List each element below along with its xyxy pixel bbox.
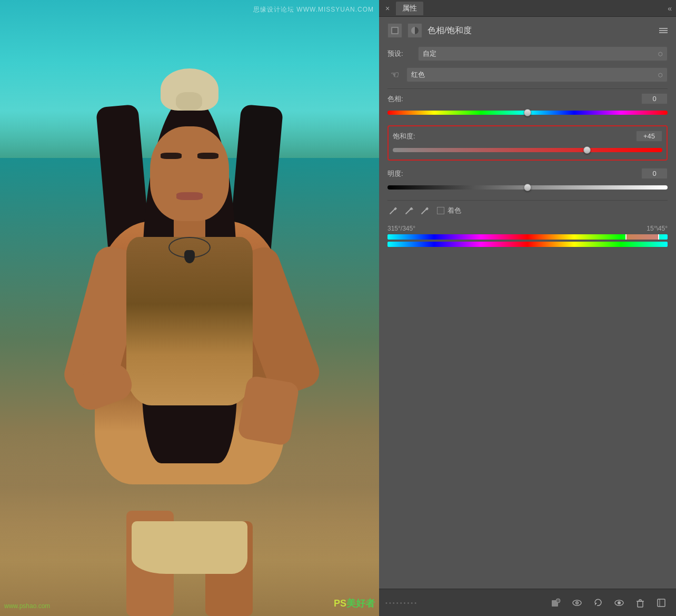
eyedropper-tools: + - bbox=[387, 205, 431, 216]
saturation-header: 饱和度: +45 bbox=[393, 131, 662, 142]
saturation-value: +45 bbox=[636, 131, 662, 142]
separator1 bbox=[387, 88, 668, 89]
view-tool-button[interactable] bbox=[569, 594, 585, 611]
preset-value: 自定 bbox=[423, 49, 436, 58]
saturation-label: 饱和度: bbox=[393, 132, 415, 141]
svg-text:-: - bbox=[427, 207, 429, 212]
rotate-icon bbox=[593, 598, 603, 608]
mask-tool-button[interactable] bbox=[548, 594, 564, 611]
colorize-label: 着色 bbox=[448, 206, 461, 215]
delete-tool-button[interactable] bbox=[632, 594, 649, 611]
spectrum-bar-bottom bbox=[387, 242, 668, 247]
bikini-bottom bbox=[132, 521, 247, 574]
panel-title-tab: 属性 bbox=[396, 2, 423, 15]
menu-line3 bbox=[659, 32, 668, 33]
channel-dropdown-arrow: ⬡ bbox=[658, 72, 663, 78]
grip-area: • • • • • • • • • bbox=[385, 600, 416, 606]
lips bbox=[176, 192, 203, 200]
saturation-slider[interactable] bbox=[393, 145, 662, 155]
separator2 bbox=[387, 200, 668, 201]
trash-icon bbox=[635, 598, 645, 608]
range-label-right: 15°\45° bbox=[647, 225, 668, 232]
circle-icon bbox=[410, 26, 420, 35]
lightness-section: 明度: 0 bbox=[387, 168, 668, 193]
hand-tool-icon[interactable]: ☜ bbox=[387, 67, 402, 82]
expand-icon bbox=[656, 598, 667, 608]
skull-snout bbox=[176, 92, 202, 111]
watermark-logo: PS美好者 bbox=[334, 597, 375, 610]
svg-marker-19 bbox=[595, 603, 597, 605]
mask-icon bbox=[551, 598, 561, 608]
face bbox=[150, 126, 229, 221]
channel-row: ☜ 红色 ⬡ bbox=[387, 67, 668, 82]
eyedropper3-icon: - bbox=[420, 206, 430, 215]
bottom-tools bbox=[548, 594, 670, 611]
watermark-top: 思缘设计论坛 WWW.MISSYUAN.COM bbox=[253, 5, 374, 14]
hue-label: 色相: bbox=[387, 94, 403, 104]
eyedropper3-button[interactable]: - bbox=[419, 205, 431, 216]
hue-section: 色相: 0 bbox=[387, 93, 668, 118]
preset-row: 预设: 自定 ⬡ bbox=[387, 46, 668, 61]
preset-dropdown[interactable]: 自定 ⬡ bbox=[418, 46, 668, 61]
circle-icon-button[interactable] bbox=[407, 23, 422, 38]
svg-text:+: + bbox=[411, 207, 414, 212]
eyedropper2-button[interactable]: + bbox=[403, 205, 415, 216]
saturation-thumb[interactable] bbox=[583, 146, 591, 154]
eye-icon bbox=[572, 598, 582, 608]
layer-icon bbox=[390, 26, 400, 35]
hue-header: 色相: 0 bbox=[387, 93, 668, 104]
lightness-thumb[interactable] bbox=[524, 184, 531, 191]
colorize-row: + - 着色 bbox=[387, 205, 668, 216]
svg-line-6 bbox=[406, 209, 411, 214]
expand-tool-button[interactable] bbox=[653, 594, 670, 611]
layer-icon-button[interactable] bbox=[387, 23, 402, 38]
saturation-section: 饱和度: +45 bbox=[393, 131, 662, 155]
range-label-left: 315°/345° bbox=[387, 225, 415, 232]
eyedropper2-icon: + bbox=[404, 206, 414, 215]
preset-label: 预设: bbox=[387, 49, 414, 58]
svg-point-21 bbox=[618, 601, 621, 604]
menu-line1 bbox=[659, 28, 668, 29]
pendant bbox=[184, 250, 195, 263]
colorize-checkbox-wrapper: 着色 bbox=[437, 206, 461, 215]
ps-text: PS bbox=[334, 598, 346, 609]
topbar-right: « bbox=[668, 4, 672, 13]
reset-tool-button[interactable] bbox=[590, 594, 607, 611]
lightness-label: 明度: bbox=[387, 169, 403, 178]
lightness-header: 明度: 0 bbox=[387, 168, 668, 179]
range-labels: 315°/345° 15°\45° bbox=[387, 225, 668, 232]
eyedropper1-icon bbox=[389, 206, 398, 215]
hue-thumb[interactable] bbox=[524, 109, 531, 116]
channel-dropdown[interactable]: 红色 ⬡ bbox=[406, 67, 668, 82]
collapse-button[interactable]: « bbox=[668, 4, 672, 13]
menu-line2 bbox=[659, 30, 668, 31]
colorize-checkbox[interactable] bbox=[437, 207, 444, 214]
channel-value: 红色 bbox=[411, 70, 425, 80]
panel-bottom-toolbar: • • • • • • • • • bbox=[379, 589, 676, 616]
close-button[interactable]: × bbox=[383, 4, 392, 13]
panel-menu-button[interactable] bbox=[659, 28, 668, 33]
watermark-site: www.pshao.com bbox=[4, 602, 50, 610]
spectrum-bar-top[interactable] bbox=[387, 234, 668, 240]
eye-left bbox=[161, 153, 182, 159]
hue-track bbox=[387, 111, 668, 115]
range-indicator bbox=[625, 234, 659, 240]
properties-panel: × 属性 « 色相/饱和度 bbox=[379, 0, 676, 616]
svg-point-18 bbox=[576, 602, 578, 603]
eyedropper1-button[interactable] bbox=[387, 205, 399, 216]
panel-content: 色相/饱和度 预设: 自定 ⬡ ☜ 红色 ⬡ bbox=[379, 17, 676, 589]
hue-slider[interactable] bbox=[387, 107, 668, 118]
eye-right bbox=[197, 153, 218, 159]
svg-line-10 bbox=[422, 209, 426, 214]
eye2-icon bbox=[614, 598, 624, 608]
rest-text: 美好者 bbox=[346, 598, 375, 609]
preset-dropdown-arrow: ⬡ bbox=[658, 51, 663, 57]
color-range-section: 315°/345° 15°\45° bbox=[387, 225, 668, 247]
visibility-tool-button[interactable] bbox=[611, 594, 628, 611]
lightness-slider[interactable] bbox=[387, 182, 668, 193]
panel-header-row: 色相/饱和度 bbox=[387, 23, 668, 38]
grip-dots: • • • • • • • • • bbox=[385, 600, 416, 606]
section-title: 色相/饱和度 bbox=[428, 25, 472, 36]
svg-rect-27 bbox=[658, 599, 665, 607]
lightness-value: 0 bbox=[641, 168, 668, 179]
